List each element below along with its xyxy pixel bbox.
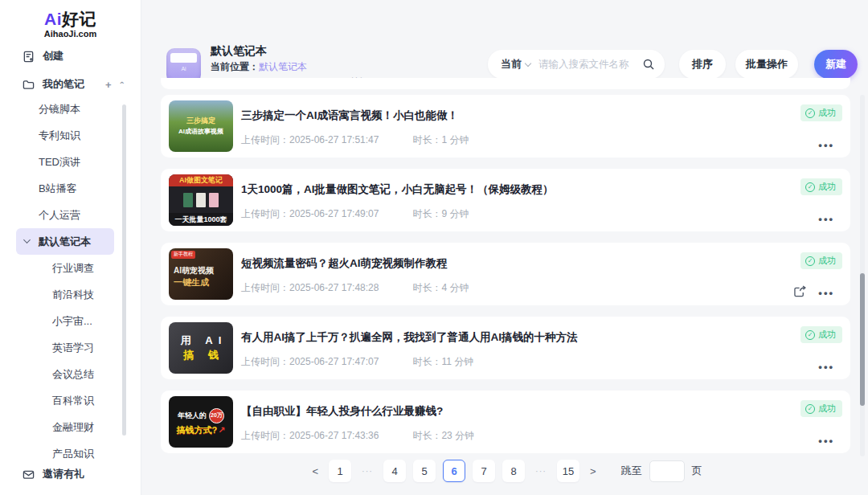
page-button[interactable]: 1 <box>329 460 351 482</box>
search-icon[interactable] <box>642 58 655 71</box>
status-label: 成功 <box>818 329 836 341</box>
sort-button[interactable]: 排序 <box>679 50 726 79</box>
folder-list: 分镜脚本专利知识TED演讲B站播客个人运营默认笔记本 <box>0 96 141 255</box>
folder-label: TED演讲 <box>39 155 80 170</box>
status-label: 成功 <box>818 107 836 119</box>
sidebar-subfolder-item[interactable]: 金融理财 <box>0 414 141 440</box>
sidebar-scrollbar[interactable] <box>122 104 126 436</box>
folder-label: 个人运营 <box>39 208 80 223</box>
success-check-icon: ✓ <box>805 108 815 118</box>
sidebar-subfolder-item[interactable]: 英语学习 <box>0 334 141 361</box>
sidebar-subfolder-item[interactable]: 行业调查 <box>0 255 141 281</box>
jump-page-input[interactable] <box>649 460 685 482</box>
chevron-down-icon <box>525 59 531 66</box>
upload-time-label: 上传时间： <box>241 282 289 293</box>
duration-value: 23 分钟 <box>441 430 474 441</box>
new-button[interactable]: 新建 <box>814 50 858 79</box>
more-actions-icon[interactable]: ••• <box>818 361 834 373</box>
sidebar-folder-item[interactable]: 专利知识 <box>16 122 114 149</box>
thumbnail-text: AI萌宠视频 <box>174 266 214 276</box>
note-list: 三步搞定AI成语故事视频 三步搞定一个AI成语寓言视频！小白也能做！ 上传时间：… <box>161 95 850 464</box>
upload-time-value: 2025-06-27 17:49:07 <box>289 208 379 219</box>
jump-label: 跳至 <box>621 464 642 478</box>
note-thumbnail: 年轻人的20万搞钱方式?↗ <box>169 396 233 448</box>
sidebar-item-create[interactable]: 创建 <box>0 46 141 67</box>
sidebar-folder-item[interactable]: 分镜脚本 <box>16 96 114 122</box>
thumbnail-text: 一键生成 <box>174 277 209 288</box>
sidebar-subfolder-item[interactable]: 小宇宙... <box>0 308 141 334</box>
next-page-icon[interactable]: > <box>587 465 600 477</box>
thumbnail-text: 一天批量1000套 <box>169 213 233 226</box>
note-title: 1天1000篇，AI批量做图文笔记，小白无脑起号！（保姆级教程） <box>241 182 554 197</box>
more-actions-icon[interactable]: ••• <box>818 287 834 299</box>
page-button[interactable]: 8 <box>502 460 525 482</box>
duration-label: 时长： <box>412 430 441 441</box>
success-check-icon: ✓ <box>805 182 815 192</box>
note-row[interactable]: 三步搞定AI成语故事视频 三步搞定一个AI成语寓言视频！小白也能做！ 上传时间：… <box>161 95 850 158</box>
status-badge: ✓ 成功 <box>800 326 842 343</box>
location-label: 当前位置： <box>211 61 259 72</box>
note-row[interactable]: AI做图文笔记一天批量1000套 1天1000篇，AI批量做图文笔记，小白无脑起… <box>161 169 850 231</box>
partial-note-row <box>161 78 850 89</box>
note-row[interactable]: 用 AI搞 钱 有人用AI搞了上千万？扒遍全网，我找到了普通人用AI搞钱的十种方… <box>161 317 850 379</box>
sidebar-folder-item[interactable]: 个人运营 <box>16 202 114 228</box>
thumbnail-text: 搞 钱 <box>178 349 224 362</box>
sidebar-item-invite[interactable]: 邀请有礼 <box>0 464 141 485</box>
page-button[interactable]: 4 <box>383 460 406 482</box>
upload-time-label: 上传时间： <box>241 430 289 441</box>
page-button[interactable]: 7 <box>473 460 495 482</box>
sidebar-folder-item[interactable]: B站播客 <box>16 175 114 202</box>
list-scrollbar-thumb[interactable] <box>860 273 865 406</box>
thumbnail-text <box>169 186 233 213</box>
sidebar-item-label: 创建 <box>43 49 63 63</box>
note-meta: 上传时间：2025-06-27 17:43:36 时长：23 分钟 <box>241 429 474 443</box>
page-ellipsis: ··· <box>358 466 376 476</box>
thumbnail-text: 三步搞定 <box>186 117 215 125</box>
thumbnail-text: 用 AI <box>175 334 227 347</box>
share-icon[interactable] <box>793 285 807 297</box>
search-bar: 当前 <box>488 50 665 79</box>
note-meta: 上传时间：2025-06-27 17:48:28 时长：4 分钟 <box>241 281 469 295</box>
upload-time-value: 2025-06-27 17:48:28 <box>289 282 379 293</box>
note-title: 有人用AI搞了上千万？扒遍全网，我找到了普通人用AI搞钱的十种方法 <box>241 330 578 345</box>
duration-label: 时长： <box>412 134 441 145</box>
upload-time-value: 2025-06-27 17:43:36 <box>289 430 379 441</box>
location-link[interactable]: 默认笔记本 <box>259 61 307 72</box>
upload-time-value: 2025-06-27 17:47:07 <box>289 356 379 367</box>
more-actions-icon[interactable]: ••• <box>818 139 834 151</box>
note-row[interactable]: 年轻人的20万搞钱方式?↗ 【自由职业】年轻人投身什么行业最赚钱? 上传时间：2… <box>161 391 850 453</box>
status-label: 成功 <box>818 403 836 415</box>
search-scope-dropdown[interactable]: 当前 <box>501 57 530 72</box>
note-thumbnail: 三步搞定AI成语故事视频 <box>169 100 233 152</box>
note-row[interactable]: 新手教程AI萌宠视频一键生成 短视频流量密码？超火AI萌宠视频制作教程 上传时间… <box>161 243 850 305</box>
sidebar-folder-item[interactable]: TED演讲 <box>16 149 114 175</box>
add-notebook-icon[interactable]: + <box>105 79 112 91</box>
sidebar-subfolder-item[interactable]: 百科常识 <box>0 387 141 414</box>
sidebar-item-label: 我的笔记 <box>43 77 84 92</box>
thumbnail-tag: 新手教程 <box>171 251 195 259</box>
sidebar-item-my-notes[interactable]: 我的笔记 + ⌃ <box>0 74 141 95</box>
status-label: 成功 <box>818 181 836 193</box>
status-badge: ✓ 成功 <box>800 178 842 195</box>
duration-label: 时长： <box>412 282 441 293</box>
sidebar-subfolder-item[interactable]: 会议总结 <box>0 361 141 387</box>
batch-actions-button[interactable]: 批量操作 <box>735 50 798 79</box>
collapse-icon[interactable]: ⌃ <box>119 80 125 91</box>
folder-label: 分镜脚本 <box>39 102 80 117</box>
sidebar-item-label: 邀请有礼 <box>43 467 84 481</box>
status-label: 成功 <box>818 255 836 267</box>
page-button[interactable]: 5 <box>413 460 436 482</box>
page-button-current[interactable]: 6 <box>443 460 465 482</box>
sidebar-subfolder-item[interactable]: 前沿科技 <box>0 281 141 308</box>
duration-value: 11 分钟 <box>441 356 473 367</box>
page-button[interactable]: 15 <box>557 460 579 482</box>
sidebar-folder-item[interactable]: 默认笔记本 <box>16 228 114 255</box>
more-actions-icon[interactable]: ••• <box>818 213 834 225</box>
search-input[interactable] <box>538 59 633 70</box>
page-ellipsis: ··· <box>532 466 550 476</box>
prev-page-icon[interactable]: < <box>309 465 321 477</box>
more-actions-icon[interactable]: ••• <box>818 435 834 447</box>
pagination: < 1···45678···15 > 跳至 页 <box>161 460 850 482</box>
note-title: 【自由职业】年轻人投身什么行业最赚钱? <box>241 404 443 419</box>
folder-icon-label: Ai <box>166 66 201 72</box>
